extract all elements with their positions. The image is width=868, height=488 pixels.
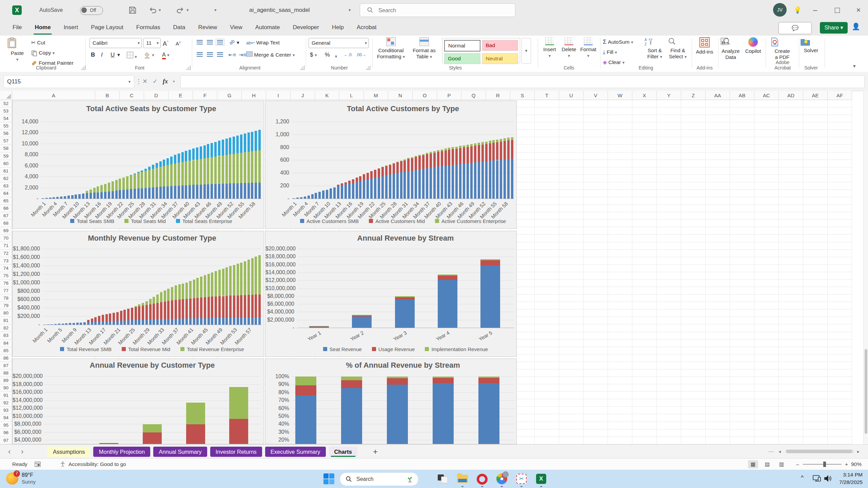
column-header-U[interactable]: U xyxy=(559,91,584,100)
grow-font-button[interactable]: A^ xyxy=(163,38,169,47)
column-header-R[interactable]: R xyxy=(486,91,510,100)
fx-icon[interactable]: fx xyxy=(163,75,168,87)
comments-button[interactable]: 💬 Comments xyxy=(778,22,812,34)
row-header-88[interactable]: 88 xyxy=(0,369,12,377)
clock-time[interactable]: 3:14 PM xyxy=(829,472,863,478)
quick-access-overflow-icon[interactable]: ▾ xyxy=(214,0,217,20)
sheet-tab-assumptions[interactable]: Assumptions xyxy=(47,447,90,457)
share-button[interactable]: Share ▾ xyxy=(820,22,848,34)
accounting-format-button[interactable]: $ ▾ xyxy=(310,50,317,59)
row-header-62[interactable]: 62 xyxy=(0,175,12,182)
font-size-combo[interactable]: 11▾ xyxy=(143,38,161,48)
collapse-ribbon-icon[interactable]: ▾ xyxy=(853,63,856,69)
underline-dropdown-icon[interactable]: ▾ xyxy=(117,50,120,59)
alignment-dialog-launcher[interactable] xyxy=(300,65,304,70)
horizontal-scrollbar[interactable] xyxy=(785,449,854,453)
chart-monthly-revenue-by-customer-type[interactable]: Monthly Revenue by Customer Type$1,800,0… xyxy=(12,231,264,357)
row-header-73[interactable]: 73 xyxy=(0,257,12,265)
column-header-Q[interactable]: Q xyxy=(461,91,486,100)
column-header-P[interactable]: P xyxy=(437,91,461,100)
row-header-84[interactable]: 84 xyxy=(0,340,12,347)
row-header-94[interactable]: 94 xyxy=(0,414,12,422)
row-header-59[interactable]: 59 xyxy=(0,152,12,160)
devices-icon[interactable] xyxy=(812,474,821,483)
column-header-T[interactable]: T xyxy=(535,91,559,100)
page-layout-view-button[interactable]: ▤ xyxy=(762,460,772,468)
horizontal-scroll-thumb[interactable] xyxy=(786,450,852,453)
column-header-N[interactable]: N xyxy=(388,91,413,100)
enter-icon[interactable]: ✓ xyxy=(153,75,158,87)
sheet-tab-investor-returns[interactable]: Investor Returns xyxy=(210,447,262,457)
name-box-dropdown-icon[interactable]: ▾ xyxy=(129,76,131,88)
row-header-86[interactable]: 86 xyxy=(0,354,12,362)
column-header-AF[interactable]: AF xyxy=(828,91,852,100)
row-header-67[interactable]: 67 xyxy=(0,212,12,220)
decrease-decimal-button[interactable]: .00→ xyxy=(356,50,366,59)
solver-button[interactable]: Solver xyxy=(800,37,822,54)
comma-style-button[interactable]: , xyxy=(335,50,337,59)
italic-button[interactable]: I xyxy=(101,50,103,59)
fx-dropdown-icon[interactable]: ▾ xyxy=(173,75,175,87)
align-center-button[interactable] xyxy=(207,50,213,59)
restore-button[interactable] xyxy=(830,0,844,20)
column-header-L[interactable]: L xyxy=(339,91,364,100)
autosum-button[interactable]: Σ AutoSum ▾ xyxy=(603,38,633,46)
orientation-button[interactable]: ab xyxy=(227,37,237,47)
hscroll-right-icon[interactable]: ▸ xyxy=(857,445,860,459)
column-header-AD[interactable]: AD xyxy=(779,91,803,100)
row-header-87[interactable]: 87 xyxy=(0,362,12,369)
percent-style-button[interactable]: % xyxy=(325,50,330,59)
row-header-72[interactable]: 72 xyxy=(0,250,12,257)
zoom-out-button[interactable]: – xyxy=(796,459,799,470)
zoom-slider-thumb[interactable] xyxy=(823,462,826,467)
column-header-B[interactable]: B xyxy=(95,91,120,100)
column-header-F[interactable]: F xyxy=(193,91,217,100)
cell-style-neutral[interactable]: Neutral xyxy=(482,53,518,64)
zoom-slider-track[interactable] xyxy=(803,464,842,465)
undo-dropdown-icon[interactable]: ▾ xyxy=(159,0,161,20)
chart-annual-revenue-by-customer-type[interactable]: Annual Revenue by Customer Type$20,000,0… xyxy=(12,359,264,444)
number-dialog-launcher[interactable] xyxy=(366,65,370,70)
row-header-82[interactable]: 82 xyxy=(0,324,12,332)
person-add-icon[interactable]: 👤 xyxy=(852,17,860,37)
row-header-66[interactable]: 66 xyxy=(0,205,12,212)
excel-app-icon[interactable]: X xyxy=(12,5,22,15)
wrap-text-button[interactable]: ab↩ Wrap Text xyxy=(246,38,280,47)
redo-dropdown-icon[interactable]: ▾ xyxy=(186,0,189,20)
task-view-icon[interactable] xyxy=(437,473,449,485)
copilot-button[interactable]: Copilot xyxy=(743,37,764,54)
formula-bar-divider[interactable]: ⋮ xyxy=(136,75,142,87)
column-header-AE[interactable]: AE xyxy=(803,91,828,100)
column-header-W[interactable]: W xyxy=(608,91,632,100)
row-header-54[interactable]: 54 xyxy=(0,115,12,122)
column-header-O[interactable]: O xyxy=(413,91,437,100)
weather-widget[interactable]: 7 89°F Sunny xyxy=(0,470,81,488)
ribbon-tab-formulas[interactable]: Formulas xyxy=(130,20,167,36)
row-header-78[interactable]: 78 xyxy=(0,294,12,302)
ribbon-tab-help[interactable]: Help xyxy=(326,20,350,36)
insert-cells-button[interactable]: Insert▾ xyxy=(540,37,559,59)
row-header-97[interactable]: 97 xyxy=(0,437,12,444)
align-middle-button[interactable] xyxy=(207,38,213,47)
column-header-M[interactable]: M xyxy=(364,91,388,100)
title-dropdown-icon[interactable]: ▾ xyxy=(349,0,351,20)
row-header-79[interactable]: 79 xyxy=(0,302,12,309)
align-bottom-button[interactable] xyxy=(217,38,223,47)
sheet-nav-left-icon[interactable]: ‹ xyxy=(8,445,11,459)
chart-annual-revenue-by-stream[interactable]: Annual Revenue by Stream$20,000,000$18,0… xyxy=(265,231,517,357)
save-icon[interactable] xyxy=(128,6,137,15)
row-header-90[interactable]: 90 xyxy=(0,384,12,392)
file-explorer-icon[interactable] xyxy=(456,473,469,485)
row-header-89[interactable]: 89 xyxy=(0,377,12,384)
column-header-Y[interactable]: Y xyxy=(657,91,681,100)
sheet-tab-executive-summary[interactable]: Executive Summary xyxy=(265,447,326,457)
copy-button[interactable]: Copy ▾ xyxy=(31,48,55,57)
row-header-55[interactable]: 55 xyxy=(0,122,12,130)
font-color-button[interactable]: A ▾ xyxy=(162,50,170,59)
tab-overflow-icon[interactable]: ⋯ xyxy=(768,445,774,459)
row-header-57[interactable]: 57 xyxy=(0,137,12,145)
column-header-J[interactable]: J xyxy=(291,91,315,100)
vertical-scrollbar[interactable] xyxy=(863,91,868,444)
sheet-tab-annual-summary[interactable]: Annual Summary xyxy=(153,447,207,457)
row-header-65[interactable]: 65 xyxy=(0,197,12,205)
